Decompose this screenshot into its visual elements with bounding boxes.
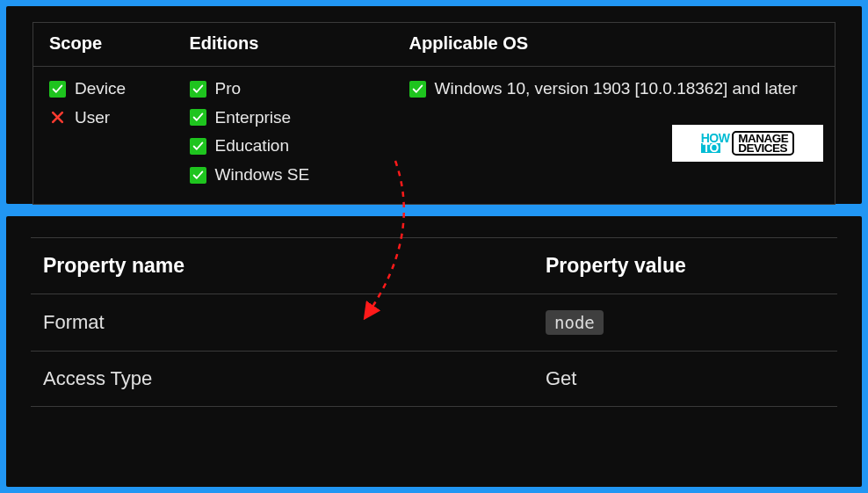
header-scope: Scope bbox=[33, 23, 174, 67]
check-icon bbox=[49, 81, 66, 98]
property-name: Format bbox=[43, 311, 546, 334]
logo-devices-text: DEVICES bbox=[738, 143, 788, 153]
item-label: Windows 10, version 1903 [10.0.18362] an… bbox=[435, 77, 798, 101]
list-item: Device bbox=[49, 77, 158, 101]
check-icon bbox=[190, 81, 206, 98]
check-icon bbox=[190, 109, 206, 126]
property-name: Access Type bbox=[43, 367, 546, 390]
item-label: Pro bbox=[215, 77, 242, 101]
property-panel: Property name Property value FormatnodeA… bbox=[6, 216, 862, 487]
property-row: Access TypeGet bbox=[31, 352, 837, 407]
property-value: Get bbox=[546, 367, 818, 390]
htmd-logo: HOW TO MANAGE DEVICES bbox=[672, 125, 823, 162]
applicability-panel: Scope Editions Applicable OS DeviceUser … bbox=[6, 6, 862, 204]
list-item: Windows SE bbox=[190, 163, 378, 187]
list-item: Pro bbox=[190, 77, 378, 101]
applicability-table: Scope Editions Applicable OS DeviceUser … bbox=[33, 22, 835, 205]
list-item: Education bbox=[190, 134, 378, 158]
item-label: Enterprise bbox=[215, 106, 292, 130]
check-icon bbox=[409, 81, 426, 98]
header-applicable-os: Applicable OS bbox=[394, 23, 835, 67]
value-badge: node bbox=[546, 310, 604, 335]
item-label: Education bbox=[215, 134, 290, 158]
scope-cell: DeviceUser bbox=[33, 67, 174, 205]
property-value: node bbox=[546, 310, 818, 335]
editions-cell: ProEnterpriseEducationWindows SE bbox=[174, 67, 394, 205]
list-item: Windows 10, version 1903 [10.0.18362] an… bbox=[409, 77, 820, 101]
list-item: Enterprise bbox=[190, 106, 378, 130]
cross-icon bbox=[49, 109, 66, 126]
item-label: User bbox=[75, 106, 110, 130]
check-icon bbox=[190, 138, 206, 155]
property-header-row: Property name Property value bbox=[31, 238, 837, 294]
check-icon bbox=[190, 167, 206, 184]
property-row: Formatnode bbox=[31, 294, 837, 352]
property-value-header: Property value bbox=[546, 254, 818, 278]
logo-howto: HOW TO bbox=[701, 134, 730, 154]
header-editions: Editions bbox=[174, 23, 394, 67]
logo-to-text: TO bbox=[701, 143, 720, 154]
property-name-header: Property name bbox=[43, 254, 546, 278]
item-label: Device bbox=[75, 77, 126, 101]
item-label: Windows SE bbox=[215, 163, 310, 187]
list-item: User bbox=[49, 106, 158, 130]
logo-manage-devices: MANAGE DEVICES bbox=[732, 131, 794, 156]
